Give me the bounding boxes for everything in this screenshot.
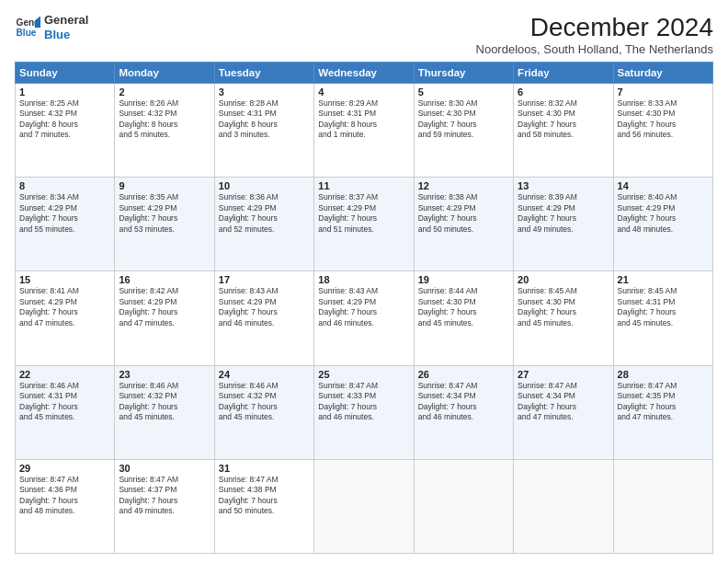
calendar-cell: 7Sunrise: 8:33 AMSunset: 4:30 PMDaylight… <box>613 84 712 178</box>
calendar-cell: 12Sunrise: 8:38 AMSunset: 4:29 PMDayligh… <box>414 178 513 271</box>
calendar-week-5: 29Sunrise: 8:47 AMSunset: 4:36 PMDayligh… <box>16 459 713 553</box>
calendar-header-row: SundayMondayTuesdayWednesdayThursdayFrid… <box>16 63 713 84</box>
cell-text: Sunrise: 8:35 AMSunset: 4:29 PMDaylight:… <box>119 192 210 235</box>
cell-text: Sunrise: 8:25 AMSunset: 4:32 PMDaylight:… <box>19 98 110 141</box>
day-number: 6 <box>518 86 609 98</box>
day-number: 25 <box>318 369 409 380</box>
cell-text: Sunrise: 8:47 AMSunset: 4:37 PMDaylight:… <box>119 475 210 517</box>
calendar-cell: 21Sunrise: 8:45 AMSunset: 4:31 PMDayligh… <box>613 271 712 365</box>
calendar-cell: 18Sunrise: 8:43 AMSunset: 4:29 PMDayligh… <box>314 271 414 365</box>
col-header-sunday: Sunday <box>16 63 115 84</box>
calendar-cell <box>414 459 513 553</box>
day-number: 7 <box>618 86 709 98</box>
cell-text: Sunrise: 8:47 AMSunset: 4:38 PMDaylight:… <box>219 475 310 517</box>
cell-text: Sunrise: 8:26 AMSunset: 4:32 PMDaylight:… <box>119 98 210 141</box>
cell-text: Sunrise: 8:29 AMSunset: 4:31 PMDaylight:… <box>318 98 409 141</box>
cell-text: Sunrise: 8:41 AMSunset: 4:29 PMDaylight:… <box>19 286 110 328</box>
calendar-cell: 24Sunrise: 8:46 AMSunset: 4:32 PMDayligh… <box>214 365 313 459</box>
cell-text: Sunrise: 8:37 AMSunset: 4:29 PMDaylight:… <box>318 192 409 235</box>
calendar-cell: 23Sunrise: 8:46 AMSunset: 4:32 PMDayligh… <box>115 365 214 459</box>
day-number: 4 <box>318 86 409 98</box>
cell-text: Sunrise: 8:34 AMSunset: 4:29 PMDaylight:… <box>19 192 110 235</box>
calendar-week-2: 8Sunrise: 8:34 AMSunset: 4:29 PMDaylight… <box>16 178 713 271</box>
day-number: 31 <box>219 463 310 474</box>
calendar-cell: 5Sunrise: 8:30 AMSunset: 4:30 PMDaylight… <box>414 84 513 178</box>
cell-text: Sunrise: 8:36 AMSunset: 4:29 PMDaylight:… <box>219 192 310 235</box>
calendar-cell: 14Sunrise: 8:40 AMSunset: 4:29 PMDayligh… <box>613 178 712 271</box>
calendar-cell <box>514 459 613 553</box>
cell-text: Sunrise: 8:44 AMSunset: 4:30 PMDaylight:… <box>418 286 509 328</box>
cell-text: Sunrise: 8:46 AMSunset: 4:32 PMDaylight:… <box>119 381 210 423</box>
calendar-cell: 13Sunrise: 8:39 AMSunset: 4:29 PMDayligh… <box>514 178 613 271</box>
calendar-cell: 26Sunrise: 8:47 AMSunset: 4:34 PMDayligh… <box>414 365 513 459</box>
cell-text: Sunrise: 8:47 AMSunset: 4:33 PMDaylight:… <box>318 381 409 423</box>
cell-text: Sunrise: 8:40 AMSunset: 4:29 PMDaylight:… <box>618 192 709 235</box>
header: General Blue General Blue December 2024 … <box>15 13 713 56</box>
day-number: 9 <box>119 180 210 191</box>
day-number: 29 <box>19 463 110 474</box>
day-number: 13 <box>518 180 609 191</box>
day-number: 27 <box>518 369 609 380</box>
calendar-cell: 19Sunrise: 8:44 AMSunset: 4:30 PMDayligh… <box>414 271 513 365</box>
day-number: 3 <box>219 86 310 98</box>
day-number: 22 <box>19 369 110 380</box>
calendar-cell: 8Sunrise: 8:34 AMSunset: 4:29 PMDaylight… <box>16 178 115 271</box>
day-number: 14 <box>618 180 709 191</box>
cell-text: Sunrise: 8:47 AMSunset: 4:34 PMDaylight:… <box>518 381 609 423</box>
cell-text: Sunrise: 8:43 AMSunset: 4:29 PMDaylight:… <box>219 286 310 328</box>
day-number: 30 <box>119 463 210 474</box>
cell-text: Sunrise: 8:42 AMSunset: 4:29 PMDaylight:… <box>119 286 210 328</box>
cell-text: Sunrise: 8:32 AMSunset: 4:30 PMDaylight:… <box>518 98 609 141</box>
calendar-cell: 16Sunrise: 8:42 AMSunset: 4:29 PMDayligh… <box>115 271 214 365</box>
subtitle: Noordeloos, South Holland, The Netherlan… <box>476 42 713 56</box>
cell-text: Sunrise: 8:39 AMSunset: 4:29 PMDaylight:… <box>518 192 609 235</box>
col-header-thursday: Thursday <box>414 63 513 84</box>
calendar-cell: 30Sunrise: 8:47 AMSunset: 4:37 PMDayligh… <box>115 459 214 553</box>
calendar-cell: 9Sunrise: 8:35 AMSunset: 4:29 PMDaylight… <box>115 178 214 271</box>
calendar-cell: 2Sunrise: 8:26 AMSunset: 4:32 PMDaylight… <box>115 84 214 178</box>
cell-text: Sunrise: 8:28 AMSunset: 4:31 PMDaylight:… <box>219 98 310 141</box>
calendar-cell <box>314 459 414 553</box>
logo-line2: Blue <box>44 28 88 42</box>
cell-text: Sunrise: 8:43 AMSunset: 4:29 PMDaylight:… <box>318 286 409 328</box>
day-number: 23 <box>119 369 210 380</box>
cell-text: Sunrise: 8:30 AMSunset: 4:30 PMDaylight:… <box>418 98 509 141</box>
calendar-cell: 22Sunrise: 8:46 AMSunset: 4:31 PMDayligh… <box>16 365 115 459</box>
cell-text: Sunrise: 8:47 AMSunset: 4:36 PMDaylight:… <box>19 475 110 517</box>
calendar-cell: 10Sunrise: 8:36 AMSunset: 4:29 PMDayligh… <box>214 178 313 271</box>
calendar-week-4: 22Sunrise: 8:46 AMSunset: 4:31 PMDayligh… <box>16 365 713 459</box>
cell-text: Sunrise: 8:45 AMSunset: 4:30 PMDaylight:… <box>518 286 609 328</box>
calendar-cell <box>613 459 712 553</box>
day-number: 24 <box>219 369 310 380</box>
calendar-cell: 3Sunrise: 8:28 AMSunset: 4:31 PMDaylight… <box>214 84 313 178</box>
svg-text:Blue: Blue <box>17 28 37 38</box>
day-number: 10 <box>219 180 310 191</box>
title-block: December 2024 Noordeloos, South Holland,… <box>476 13 713 56</box>
calendar-cell: 27Sunrise: 8:47 AMSunset: 4:34 PMDayligh… <box>514 365 613 459</box>
day-number: 28 <box>618 369 709 380</box>
page: General Blue General Blue December 2024 … <box>0 0 728 563</box>
calendar-cell: 4Sunrise: 8:29 AMSunset: 4:31 PMDaylight… <box>314 84 414 178</box>
calendar-cell: 29Sunrise: 8:47 AMSunset: 4:36 PMDayligh… <box>16 459 115 553</box>
day-number: 12 <box>418 180 509 191</box>
main-title: December 2024 <box>476 13 713 42</box>
calendar-table: SundayMondayTuesdayWednesdayThursdayFrid… <box>15 62 713 554</box>
calendar-week-1: 1Sunrise: 8:25 AMSunset: 4:32 PMDaylight… <box>16 84 713 178</box>
logo: General Blue General Blue <box>15 13 88 41</box>
day-number: 20 <box>518 274 609 285</box>
calendar-cell: 20Sunrise: 8:45 AMSunset: 4:30 PMDayligh… <box>514 271 613 365</box>
day-number: 26 <box>418 369 509 380</box>
cell-text: Sunrise: 8:46 AMSunset: 4:32 PMDaylight:… <box>219 381 310 423</box>
day-number: 16 <box>119 274 210 285</box>
day-number: 5 <box>418 86 509 98</box>
calendar-cell: 11Sunrise: 8:37 AMSunset: 4:29 PMDayligh… <box>314 178 414 271</box>
col-header-tuesday: Tuesday <box>214 63 313 84</box>
calendar-cell: 6Sunrise: 8:32 AMSunset: 4:30 PMDaylight… <box>514 84 613 178</box>
calendar-cell: 31Sunrise: 8:47 AMSunset: 4:38 PMDayligh… <box>214 459 313 553</box>
day-number: 1 <box>19 86 110 98</box>
col-header-wednesday: Wednesday <box>314 63 414 84</box>
day-number: 11 <box>318 180 409 191</box>
cell-text: Sunrise: 8:47 AMSunset: 4:35 PMDaylight:… <box>618 381 709 423</box>
day-number: 18 <box>318 274 409 285</box>
day-number: 21 <box>618 274 709 285</box>
